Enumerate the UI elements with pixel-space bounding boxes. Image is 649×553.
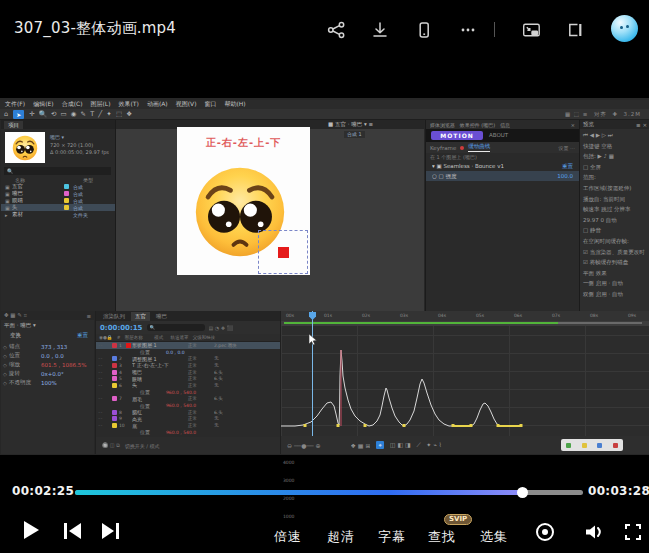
ruler-tick-label: 07s (552, 313, 560, 318)
layer-row: ◦◦ 2 调整图层 1 正常 无 (96, 355, 281, 362)
property-label: 位置 (9, 352, 41, 359)
layer-number: 7 (119, 396, 126, 401)
ruler-tick-label: 05s (476, 313, 484, 318)
ae-menu-item: 图层(L) (91, 100, 111, 109)
layer-name: 高光 (132, 416, 188, 422)
preview-panel-row: ⏮ ◀ ▶ ▷ ⏭ (580, 130, 649, 141)
layer-color-chip (112, 370, 117, 375)
play-button[interactable] (24, 521, 39, 539)
progress-knob[interactable] (517, 487, 528, 498)
about-tab: ABOUT (489, 131, 508, 140)
project-item-meta: Δ 0:00:05:00, 29.97 fps (50, 149, 109, 155)
properties-header-icons: ✥ ▦ ✎ ⌗ (4, 312, 27, 319)
effects-property-name: ▾ ▣ Seamless · Bounce v1 (432, 163, 504, 169)
ae-toolbar: ⌂ ➤ ✛ 🔍 ⟲ ▭ ◉ ✎ T ╱ ✦ ⬚ ❖ ▦ ⬚ ≡ 对齐 ✚ 3.2… (0, 109, 649, 120)
layer-toggles: ◦◦ (96, 383, 112, 388)
ae-menu-item: 文件(F) (5, 100, 25, 109)
layer-name: 底 (132, 423, 188, 429)
ae-menu-item: 效果(T) (119, 100, 139, 109)
layer-row: 位置 960.0 , 540.0 (96, 402, 281, 409)
device-button[interactable] (413, 19, 435, 41)
solid-swatch (126, 376, 131, 381)
solid-swatch (126, 410, 131, 415)
preset-tab: 缓动曲线 (468, 143, 490, 152)
property-value: 0.0 , 0.0 (166, 350, 185, 355)
speed-button[interactable]: 倍速 (274, 528, 302, 546)
ae-menu-item: 编辑(E) (33, 100, 53, 109)
share-button[interactable] (325, 19, 347, 41)
ae-menu-item: 动画(A) (147, 100, 168, 109)
ruler-tick-label: 04s (438, 313, 446, 318)
wrench-icon (597, 443, 602, 448)
preview-panel-row: ☑ 当渲染器、质量更改时 (580, 247, 649, 258)
more-button[interactable] (457, 19, 479, 41)
layer-row: 位置 960.0 , 540.0 (96, 429, 281, 436)
composition-viewer: ■ 五官 · 嘴巴 ▾ ≡ 合成 1 正-右-左-上-下 (116, 120, 424, 311)
download-button[interactable] (369, 19, 391, 41)
previous-button[interactable] (64, 523, 81, 539)
project-item-type: 合成 (73, 191, 83, 197)
ae-menu-item: 视图(V) (176, 100, 197, 109)
project-tab: 项目 (4, 121, 23, 129)
blend-mode: 正常 (188, 376, 214, 381)
next-bar-icon (116, 523, 119, 539)
ruler-tick-label: 01s (324, 313, 332, 318)
record-dot-icon (542, 529, 548, 535)
blend-mode: 正常 (188, 356, 214, 361)
layer-color-chip (112, 416, 117, 421)
y-axis-label: 4000 (283, 460, 294, 465)
transform-group-label: 变换 (10, 332, 21, 341)
layer-name: 头 (132, 382, 188, 388)
record-button[interactable] (536, 523, 554, 541)
assistant-ball[interactable] (611, 15, 638, 42)
video-surface[interactable]: 文件(F)编辑(E)合成(C)图层(L)效果(T)动画(A)视图(V)窗口帮助(… (0, 98, 649, 455)
layer-color-chip (112, 410, 117, 415)
properties-header: ✥ ▦ ✎ ⌗ ≡ (1, 311, 94, 320)
composition-badge: 合成 1 (344, 131, 365, 138)
device-icon (414, 20, 434, 40)
solid-swatch (126, 370, 131, 375)
work-area-rest (558, 322, 642, 324)
layer-color-chip (112, 376, 117, 381)
composition-icon: ▣ (5, 205, 12, 211)
preview-panel-row: 工作区域(按需延伸) (580, 183, 649, 194)
snap-icon: ⌖ (376, 441, 383, 449)
assistant-eye (626, 25, 629, 28)
project-thumbnail (5, 132, 45, 163)
progress-fill (75, 490, 523, 495)
layer-color-chip (112, 363, 117, 368)
project-list-item: ▸ 素材 文件夹 (1, 211, 115, 218)
layer-number: 6 (119, 383, 126, 388)
red-shape (278, 247, 289, 258)
y-axis-label: 2000 (283, 496, 294, 501)
project-item-list: ▣ 五官 合成 ▣ 嘴巴 合成 ▣ 眼睛 (1, 183, 115, 218)
preview-panel-row: 平面 效果 (580, 268, 649, 279)
property-value: 960.0 , 540.0 (166, 403, 196, 408)
popout-button[interactable] (564, 19, 586, 41)
pip-button[interactable] (520, 19, 542, 41)
current-time: 00:02:25 (12, 484, 74, 498)
layer-row: ◦◦ 6 头 正常 无 (96, 382, 281, 389)
fullscreen-button[interactable] (624, 523, 642, 541)
timeline-tab-row: 渲染队列五官嘴巴 (96, 311, 281, 321)
preview-panel-row: 包括: ▶ ♪ ▦ (580, 151, 649, 162)
layer-toggles: ◦◦ (96, 416, 112, 421)
progress-bar[interactable] (75, 490, 583, 495)
episodes-button[interactable]: 选集 (480, 528, 508, 546)
composition-icon: ▣ (5, 184, 12, 190)
preview-panel-row: ☑ 将帧缓存到磁盘 (580, 257, 649, 268)
effects-panel: 媒体浏览器 效果控件 (嘴巴) 信息 × MOTION ABOUT Keyfra… (425, 120, 579, 311)
find-button[interactable]: 查找 (428, 528, 456, 546)
volume-icon (586, 526, 600, 539)
quality-button[interactable]: 超清 (327, 528, 355, 546)
transform-property-list: ◇ 锚点 373 , 313 ◇ 位置 0.0 , 0.0 ◇ 缩放 601.5… (1, 342, 94, 387)
project-list-item: ▣ 头 合成 (1, 204, 115, 211)
next-button[interactable] (102, 523, 119, 539)
layer-name: 调整图层 1 (132, 356, 188, 362)
ruler-tick-label: 02s (362, 313, 370, 318)
subtitles-button[interactable]: 字幕 (378, 528, 406, 546)
graph-tool-icons: ◫ ◧ ◨ ⟋ ✦ ⌁ ⌇ (390, 441, 442, 449)
effects-property-value: 100.0 (557, 173, 573, 179)
volume-button[interactable] (583, 522, 605, 542)
assistant-eye (620, 26, 623, 29)
